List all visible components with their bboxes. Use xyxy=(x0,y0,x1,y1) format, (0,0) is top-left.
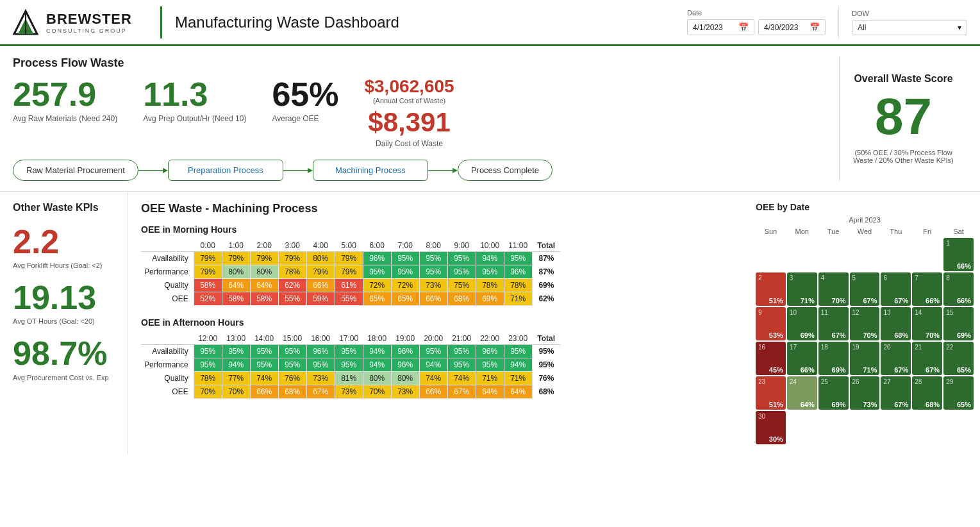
calendar-cell-value: 70% xyxy=(926,331,940,339)
table-cell: 79% xyxy=(278,252,306,265)
svg-marker-4 xyxy=(163,168,168,173)
table-cell: 71% xyxy=(504,292,532,306)
flow-node-raw-material[interactable]: Raw Material Procurement xyxy=(13,160,138,181)
table-cell: 95% xyxy=(222,345,250,358)
header-controls: Date 4/1/2023 📅 4/30/2023 📅 DOW All ▾ xyxy=(687,6,980,38)
calendar-end-icon: 📅 xyxy=(810,22,820,32)
table-row: Quality58%64%64%62%66%61%72%72%73%75%78%… xyxy=(141,279,560,292)
table-cell: 79% xyxy=(250,252,278,265)
afternoon-h23: 23:00 xyxy=(504,333,532,345)
calendar-cell: 1569% xyxy=(943,307,974,340)
calendar-day-header: Fri xyxy=(912,226,942,237)
calendar-cell-value: 51% xyxy=(769,401,783,408)
calendar-cell-value: 67% xyxy=(894,297,908,305)
table-cell: 95% xyxy=(447,252,476,265)
table-cell: 95% xyxy=(504,345,532,358)
calendar-cell: 2965% xyxy=(943,376,974,410)
calendar-cell: 2351% xyxy=(756,376,786,410)
calendar-date-number: 18 xyxy=(821,344,828,351)
date-start-input[interactable]: 4/1/2023 📅 xyxy=(687,19,754,35)
table-cell: 62% xyxy=(278,279,306,292)
table-cell: 67% xyxy=(306,385,335,399)
avg-oee-label: Average OEE xyxy=(272,114,338,123)
avg-prep-output-label: Avg Prep Output/Hr (Need 10) xyxy=(143,114,246,123)
date-end-value: 4/30/2023 xyxy=(764,23,798,32)
morning-h7: 7:00 xyxy=(391,240,419,252)
avg-oee-kpi: 65% Average OEE xyxy=(272,76,338,123)
table-cell: 80% xyxy=(222,265,250,279)
process-flow-section: Process Flow Waste 257.9 Avg Raw Materia… xyxy=(0,46,980,192)
calendar-date-number: 29 xyxy=(946,378,953,385)
calendar-date-number: 14 xyxy=(915,309,922,316)
ot-hours-kpi: 19.13 Avg OT Hours (Goal: <20) xyxy=(13,280,115,325)
ows-note: (50% OEE / 30% Process Flow Waste / 20% … xyxy=(852,149,954,164)
calendar-date-number: 6 xyxy=(883,274,887,281)
table-cell: 62% xyxy=(532,292,560,306)
flow-node-complete[interactable]: Process Complete xyxy=(458,160,552,181)
avg-raw-materials-kpi: 257.9 Avg Raw Materials (Need 240) xyxy=(13,76,117,123)
morning-h10: 10:00 xyxy=(476,240,504,252)
calendar-cell: 1869% xyxy=(818,342,849,375)
procurement-cost-value: 98.7% xyxy=(13,335,115,372)
calendar-cell-value: 53% xyxy=(769,331,783,339)
row-label: Performance xyxy=(141,265,194,279)
ot-hours-value: 19.13 xyxy=(13,280,115,316)
date-inputs: 4/1/2023 📅 4/30/2023 📅 xyxy=(687,19,826,35)
calendar-start-icon: 📅 xyxy=(738,22,749,32)
table-cell: 72% xyxy=(391,279,419,292)
procurement-cost-kpi: 98.7% Avg Procurement Cost vs. Exp xyxy=(13,335,115,381)
calendar-date-number: 2 xyxy=(758,274,762,281)
table-cell: 95% xyxy=(476,358,504,372)
flow-node-preparation[interactable]: Preparation Process xyxy=(168,160,283,181)
table-cell: 95% xyxy=(250,345,278,358)
calendar-day-header: Tue xyxy=(818,226,849,237)
header: BREWSTER CONSULTING GROUP Manufacturing … xyxy=(0,0,980,46)
flow-arrow-1 xyxy=(137,164,169,177)
afternoon-h22: 22:00 xyxy=(476,333,504,345)
forklift-hours-label: Avg Forklift Hours (Goal: <2) xyxy=(13,262,115,269)
flow-arrow-3 xyxy=(427,164,459,177)
morning-total: Total xyxy=(532,240,560,252)
table-cell: 95% xyxy=(476,265,504,279)
table-cell: 52% xyxy=(194,292,222,306)
other-kpis-title: Other Waste KPIs xyxy=(13,202,115,213)
morning-h9: 9:00 xyxy=(447,240,476,252)
calendar-date-number: 24 xyxy=(790,378,797,385)
morning-h11: 11:00 xyxy=(504,240,532,252)
calendar-date-number: 22 xyxy=(946,344,953,351)
calendar-cell: 166% xyxy=(943,238,974,271)
table-cell: 66% xyxy=(419,385,447,399)
table-cell: 95% xyxy=(278,345,306,358)
table-row: Availability95%95%95%95%96%95%94%96%95%9… xyxy=(141,345,560,358)
daily-cost-value: $8,391 xyxy=(368,107,450,138)
table-cell: 74% xyxy=(250,372,278,385)
flow-node-machining[interactable]: Machining Process xyxy=(313,160,428,181)
forklift-hours-kpi: 2.2 Avg Forklift Hours (Goal: <2) xyxy=(13,224,115,269)
calendar-date-number: 15 xyxy=(946,309,953,316)
date-end-input[interactable]: 4/30/2023 📅 xyxy=(758,19,826,35)
calendar-cell-value: 69% xyxy=(832,401,846,408)
table-cell: 69% xyxy=(532,279,560,292)
calendar-date-number: 28 xyxy=(915,378,922,385)
calendar-cell-value: 68% xyxy=(926,401,940,408)
dow-select[interactable]: All ▾ xyxy=(852,20,967,35)
afternoon-row-header xyxy=(141,333,194,345)
table-cell: 59% xyxy=(306,292,335,306)
calendar-cell-value: 66% xyxy=(926,297,940,305)
table-cell: 73% xyxy=(419,279,447,292)
calendar-date-number: 17 xyxy=(790,344,797,351)
row-label: Performance xyxy=(141,358,194,372)
table-cell: 70% xyxy=(222,385,250,399)
row-label: OEE xyxy=(141,385,194,399)
table-cell: 68% xyxy=(447,292,476,306)
calendar-cell-value: 66% xyxy=(801,366,815,374)
avg-raw-materials-value: 257.9 xyxy=(13,76,117,113)
table-cell: 71% xyxy=(476,372,504,385)
row-label: Quality xyxy=(141,372,194,385)
table-cell: 64% xyxy=(504,385,532,399)
calendar-cell xyxy=(787,411,817,444)
morning-h4: 4:00 xyxy=(306,240,335,252)
table-cell: 96% xyxy=(504,265,532,279)
table-cell: 87% xyxy=(532,265,560,279)
avg-oee-value: 65% xyxy=(272,76,338,113)
